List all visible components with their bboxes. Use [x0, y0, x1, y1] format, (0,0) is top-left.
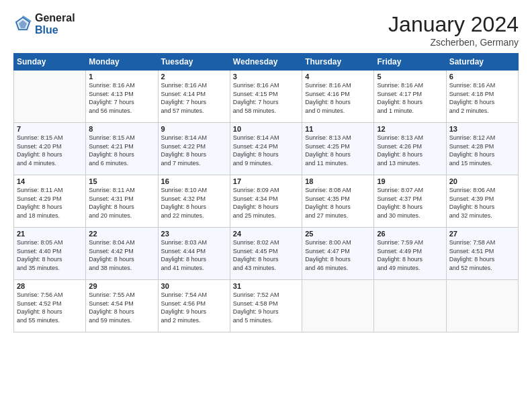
calendar-subtitle: Zscherben, Germany — [388, 37, 519, 48]
calendar-cell: 2Sunrise: 8:16 AM Sunset: 4:14 PM Daylig… — [158, 71, 230, 123]
calendar-cell: 19Sunrise: 8:07 AM Sunset: 4:37 PM Dayli… — [374, 175, 446, 228]
day-number: 9 — [161, 125, 227, 133]
day-info: Sunrise: 8:15 AM Sunset: 4:21 PM Dayligh… — [89, 134, 154, 167]
weekday-header-thursday: Thursday — [302, 54, 374, 71]
calendar-cell: 30Sunrise: 7:54 AM Sunset: 4:56 PM Dayli… — [158, 280, 230, 332]
day-info: Sunrise: 7:52 AM Sunset: 4:58 PM Dayligh… — [233, 291, 299, 324]
day-info: Sunrise: 8:16 AM Sunset: 4:17 PM Dayligh… — [377, 81, 443, 115]
day-number: 10 — [233, 125, 299, 133]
calendar-cell — [302, 280, 374, 332]
day-number: 16 — [161, 177, 227, 185]
weekday-header-monday: Monday — [86, 54, 158, 71]
day-number: 30 — [161, 282, 227, 290]
day-info: Sunrise: 7:55 AM Sunset: 4:54 PM Dayligh… — [89, 291, 154, 324]
day-number: 7 — [17, 125, 83, 133]
calendar-cell: 14Sunrise: 8:11 AM Sunset: 4:29 PM Dayli… — [14, 175, 86, 228]
calendar-week-row: 14Sunrise: 8:11 AM Sunset: 4:29 PM Dayli… — [14, 175, 519, 228]
day-info: Sunrise: 8:16 AM Sunset: 4:13 PM Dayligh… — [89, 81, 154, 115]
day-info: Sunrise: 8:02 AM Sunset: 4:45 PM Dayligh… — [233, 238, 299, 272]
calendar-cell: 17Sunrise: 8:09 AM Sunset: 4:34 PM Dayli… — [230, 175, 302, 228]
calendar-title: January 2024 — [388, 12, 519, 37]
calendar-cell: 11Sunrise: 8:13 AM Sunset: 4:25 PM Dayli… — [302, 123, 374, 175]
calendar-cell — [374, 280, 446, 332]
day-info: Sunrise: 8:16 AM Sunset: 4:16 PM Dayligh… — [305, 81, 371, 115]
day-number: 23 — [161, 230, 227, 238]
calendar-cell: 10Sunrise: 8:14 AM Sunset: 4:24 PM Dayli… — [230, 123, 302, 175]
weekday-header-tuesday: Tuesday — [158, 54, 230, 71]
calendar-cell: 5Sunrise: 8:16 AM Sunset: 4:17 PM Daylig… — [374, 71, 446, 123]
calendar-cell: 31Sunrise: 7:52 AM Sunset: 4:58 PM Dayli… — [230, 280, 302, 332]
calendar-cell: 15Sunrise: 8:11 AM Sunset: 4:31 PM Dayli… — [86, 175, 158, 228]
day-number: 22 — [89, 230, 154, 238]
day-info: Sunrise: 8:11 AM Sunset: 4:29 PM Dayligh… — [17, 186, 83, 220]
day-number: 5 — [377, 73, 443, 81]
calendar-cell: 27Sunrise: 7:58 AM Sunset: 4:51 PM Dayli… — [446, 228, 518, 280]
day-number: 17 — [233, 177, 299, 185]
day-number: 18 — [305, 177, 371, 185]
day-number: 2 — [161, 73, 227, 81]
logo-general-text: General — [35, 12, 75, 24]
day-info: Sunrise: 7:58 AM Sunset: 4:51 PM Dayligh… — [449, 238, 515, 272]
calendar-cell: 9Sunrise: 8:14 AM Sunset: 4:22 PM Daylig… — [158, 123, 230, 175]
calendar-cell: 20Sunrise: 8:06 AM Sunset: 4:39 PM Dayli… — [446, 175, 518, 228]
calendar-cell: 25Sunrise: 8:00 AM Sunset: 4:47 PM Dayli… — [302, 228, 374, 280]
calendar-cell: 13Sunrise: 8:12 AM Sunset: 4:28 PM Dayli… — [446, 123, 518, 175]
calendar-cell: 21Sunrise: 8:05 AM Sunset: 4:40 PM Dayli… — [14, 228, 86, 280]
day-info: Sunrise: 8:15 AM Sunset: 4:20 PM Dayligh… — [17, 134, 83, 167]
calendar-cell: 4Sunrise: 8:16 AM Sunset: 4:16 PM Daylig… — [302, 71, 374, 123]
day-info: Sunrise: 8:16 AM Sunset: 4:15 PM Dayligh… — [233, 81, 299, 115]
day-number: 14 — [17, 177, 83, 185]
logo-blue-text: Blue — [35, 24, 75, 36]
day-number: 1 — [89, 73, 154, 81]
day-number: 12 — [377, 125, 443, 133]
logo-icon — [13, 15, 32, 34]
weekday-header-row: SundayMondayTuesdayWednesdayThursdayFrid… — [14, 54, 519, 71]
day-info: Sunrise: 8:13 AM Sunset: 4:26 PM Dayligh… — [377, 134, 443, 167]
day-number: 3 — [233, 73, 299, 81]
calendar-cell: 23Sunrise: 8:03 AM Sunset: 4:44 PM Dayli… — [158, 228, 230, 280]
day-number: 15 — [89, 177, 154, 185]
calendar-cell: 7Sunrise: 8:15 AM Sunset: 4:20 PM Daylig… — [14, 123, 86, 175]
calendar-cell: 26Sunrise: 7:59 AM Sunset: 4:49 PM Dayli… — [374, 228, 446, 280]
day-info: Sunrise: 8:03 AM Sunset: 4:44 PM Dayligh… — [161, 238, 227, 272]
title-block: January 2024 Zscherben, Germany — [388, 12, 519, 48]
day-number: 8 — [89, 125, 154, 133]
day-info: Sunrise: 8:13 AM Sunset: 4:25 PM Dayligh… — [305, 134, 371, 167]
calendar-cell: 1Sunrise: 8:16 AM Sunset: 4:13 PM Daylig… — [86, 71, 158, 123]
day-info: Sunrise: 8:09 AM Sunset: 4:34 PM Dayligh… — [233, 186, 299, 220]
day-info: Sunrise: 8:10 AM Sunset: 4:32 PM Dayligh… — [161, 186, 227, 220]
calendar-week-row: 7Sunrise: 8:15 AM Sunset: 4:20 PM Daylig… — [14, 123, 519, 175]
day-number: 29 — [89, 282, 154, 290]
weekday-header-saturday: Saturday — [446, 54, 518, 71]
calendar-table: SundayMondayTuesdayWednesdayThursdayFrid… — [13, 53, 519, 332]
day-info: Sunrise: 8:07 AM Sunset: 4:37 PM Dayligh… — [377, 186, 443, 220]
calendar-week-row: 1Sunrise: 8:16 AM Sunset: 4:13 PM Daylig… — [14, 71, 519, 123]
day-info: Sunrise: 8:16 AM Sunset: 4:14 PM Dayligh… — [161, 81, 227, 115]
day-info: Sunrise: 8:08 AM Sunset: 4:35 PM Dayligh… — [305, 186, 371, 220]
calendar-cell: 12Sunrise: 8:13 AM Sunset: 4:26 PM Dayli… — [374, 123, 446, 175]
calendar-cell: 8Sunrise: 8:15 AM Sunset: 4:21 PM Daylig… — [86, 123, 158, 175]
day-number: 11 — [305, 125, 371, 133]
day-number: 4 — [305, 73, 371, 81]
weekday-header-wednesday: Wednesday — [230, 54, 302, 71]
calendar-cell: 28Sunrise: 7:56 AM Sunset: 4:52 PM Dayli… — [14, 280, 86, 332]
day-number: 25 — [305, 230, 371, 238]
day-number: 24 — [233, 230, 299, 238]
calendar-week-row: 21Sunrise: 8:05 AM Sunset: 4:40 PM Dayli… — [14, 228, 519, 280]
day-number: 21 — [17, 230, 83, 238]
calendar-page: General Blue January 2024 Zscherben, Ger… — [0, 0, 532, 411]
calendar-cell: 16Sunrise: 8:10 AM Sunset: 4:32 PM Dayli… — [158, 175, 230, 228]
calendar-cell: 18Sunrise: 8:08 AM Sunset: 4:35 PM Dayli… — [302, 175, 374, 228]
day-info: Sunrise: 8:16 AM Sunset: 4:18 PM Dayligh… — [449, 81, 515, 115]
weekday-header-sunday: Sunday — [14, 54, 86, 71]
weekday-header-friday: Friday — [374, 54, 446, 71]
calendar-cell: 22Sunrise: 8:04 AM Sunset: 4:42 PM Dayli… — [86, 228, 158, 280]
day-number: 20 — [449, 177, 515, 185]
calendar-week-row: 28Sunrise: 7:56 AM Sunset: 4:52 PM Dayli… — [14, 280, 519, 332]
calendar-cell: 3Sunrise: 8:16 AM Sunset: 4:15 PM Daylig… — [230, 71, 302, 123]
calendar-cell — [14, 71, 86, 123]
day-info: Sunrise: 8:11 AM Sunset: 4:31 PM Dayligh… — [89, 186, 154, 220]
day-number: 31 — [233, 282, 299, 290]
day-info: Sunrise: 8:14 AM Sunset: 4:24 PM Dayligh… — [233, 134, 299, 167]
day-number: 6 — [449, 73, 515, 81]
